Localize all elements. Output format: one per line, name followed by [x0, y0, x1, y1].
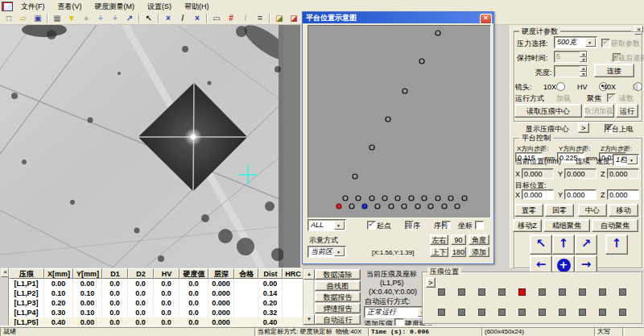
parallel-lines-icon[interactable]: =: [253, 12, 267, 25]
indent-marker[interactable]: [579, 288, 586, 296]
column-header[interactable]: HRC: [283, 268, 303, 279]
data-report-button[interactable]: 数据报告: [315, 292, 361, 302]
column-header[interactable]: Dist: [258, 268, 283, 279]
indent-point[interactable]: [369, 196, 374, 201]
table-row[interactable]: [L1,P5]0.400.000.00.00.00.00.0000.40: [9, 317, 303, 326]
indent-marker[interactable]: [619, 309, 626, 316]
indent-expand-button[interactable]: >: [426, 277, 436, 288]
indent-marker[interactable]: [438, 309, 445, 316]
indent-marker[interactable]: [619, 288, 626, 296]
column-header[interactable]: Y[mm]: [73, 268, 102, 279]
dropdown-arrow-icon[interactable]: [627, 156, 638, 164]
ud-angle-value[interactable]: 180: [451, 247, 466, 257]
expand-button[interactable]: >: [578, 122, 589, 133]
start-point-checkbox[interactable]: [367, 221, 376, 230]
move-z-button[interactable]: 移动Z: [513, 219, 542, 232]
indent-point[interactable]: [375, 204, 380, 209]
indent-marker[interactable]: [559, 288, 566, 296]
indent-marker[interactable]: [498, 309, 506, 316]
indent-marker[interactable]: [458, 309, 465, 316]
left-right-button[interactable]: 左右: [430, 234, 448, 245]
report-chart-red-icon[interactable]: ◪: [287, 12, 301, 25]
run-button[interactable]: 运行: [616, 104, 638, 118]
dialog-titlebar[interactable]: 平台位置示意图 ×: [303, 12, 493, 23]
move-up-right-button[interactable]: ↗: [575, 234, 597, 255]
auto-run-mode-select[interactable]: 正常运行: [364, 306, 430, 318]
indent-point[interactable]: [415, 204, 420, 209]
menu-settings[interactable]: 设置(S): [141, 0, 178, 12]
indent-marker[interactable]: [599, 288, 606, 296]
indent-point[interactable]: [343, 196, 348, 201]
save-file-icon[interactable]: ▣: [31, 12, 45, 25]
coordinate-checkbox[interactable]: [475, 221, 484, 230]
indent-marker[interactable]: [579, 309, 586, 316]
weld-report-button[interactable]: 焊缝报告: [315, 303, 361, 313]
indent-point-start[interactable]: [336, 204, 341, 209]
select-cursor-icon[interactable]: ↖: [142, 12, 156, 25]
indent-point-current[interactable]: [362, 204, 367, 209]
indent-point[interactable]: [428, 204, 433, 209]
dropdown-arrow-icon[interactable]: [334, 247, 345, 256]
dropdown-arrow-icon[interactable]: [334, 221, 345, 230]
target-pos-z-input[interactable]: 0.000: [607, 189, 639, 200]
menu-view[interactable]: 查看(V): [52, 0, 89, 12]
cancel-load-button[interactable]: 取消加载: [584, 104, 614, 118]
indent-point[interactable]: [382, 196, 387, 201]
angle-button[interactable]: 角度: [469, 234, 489, 245]
indenter-tool-icon[interactable]: ↗: [122, 12, 137, 25]
brightness-spinner[interactable]: [580, 66, 587, 77]
indent-marker[interactable]: [559, 309, 566, 316]
dropdown-arrow-icon[interactable]: [585, 38, 596, 47]
get-params-checkbox[interactable]: [601, 39, 610, 48]
indent-point[interactable]: [462, 196, 467, 201]
move-stage-icon[interactable]: +: [93, 12, 108, 25]
column-header[interactable]: 压痕: [9, 268, 44, 279]
filter-icon[interactable]: ▼: [64, 12, 79, 25]
speed-select[interactable]: 1档: [613, 154, 639, 166]
move-z-up-button[interactable]: ↑: [605, 234, 628, 255]
column-header[interactable]: 硬度值: [180, 268, 208, 279]
microscope-view[interactable]: [0, 25, 283, 268]
current-pos-x-input[interactable]: 0.000: [522, 168, 554, 179]
column-header[interactable]: HV: [154, 268, 180, 279]
column-header[interactable]: X[mm]: [44, 268, 73, 279]
clear-data-button[interactable]: 数据清除: [315, 269, 361, 280]
indent-marker[interactable]: [478, 288, 485, 296]
center-button[interactable]: 中心: [578, 204, 607, 217]
indent-marker[interactable]: [438, 288, 445, 296]
pattern-points-icon[interactable]: ×: [161, 12, 175, 25]
menu-measure[interactable]: 硬度测量(M): [89, 0, 142, 12]
indent-marker[interactable]: [539, 288, 546, 296]
indent-marker[interactable]: [498, 288, 506, 296]
column-header[interactable]: 合格: [234, 268, 258, 279]
auto-run-button[interactable]: 自动运行: [315, 314, 361, 325]
indent-point[interactable]: [395, 196, 400, 201]
column-header[interactable]: 层深: [208, 268, 234, 279]
column-header[interactable]: D1: [102, 268, 128, 279]
grid-icon[interactable]: #: [224, 12, 238, 25]
scroll-up-icon[interactable]: ▲: [303, 269, 315, 280]
draw-line-icon[interactable]: /: [175, 12, 190, 25]
indent-marker[interactable]: [599, 309, 606, 316]
move-up-left-button[interactable]: ↖: [530, 234, 552, 255]
indent-point[interactable]: [448, 196, 453, 201]
indent-point[interactable]: [349, 204, 354, 209]
move-button[interactable]: 移动: [609, 204, 638, 217]
current-pos-y-input[interactable]: 0.000: [564, 168, 597, 179]
indent-point[interactable]: [386, 117, 390, 122]
fine-focus-button[interactable]: 精细聚焦: [543, 219, 590, 232]
zero-button[interactable]: 置零: [514, 204, 543, 217]
up-down-button[interactable]: 上下: [430, 247, 448, 257]
display-scope-select[interactable]: 当前区域: [308, 246, 346, 258]
table-row[interactable]: [L1,P2]0.100.100.00.00.00.00.0000.14: [9, 288, 303, 298]
return-zero-button[interactable]: 回零: [545, 204, 574, 217]
indent-point[interactable]: [436, 31, 440, 35]
table-row[interactable]: [L1,P3]0.200.000.00.00.00.00.0000.20: [9, 298, 303, 308]
current-pos-z-input[interactable]: 0.000: [607, 168, 639, 179]
rectangle-icon[interactable]: ▭: [209, 12, 224, 25]
indent-marker[interactable]: [539, 309, 546, 316]
indent-point[interactable]: [419, 59, 424, 64]
scroll-down-icon[interactable]: ▼: [303, 314, 315, 325]
indent-marker-current[interactable]: [518, 288, 526, 296]
indent-point[interactable]: [389, 204, 394, 209]
